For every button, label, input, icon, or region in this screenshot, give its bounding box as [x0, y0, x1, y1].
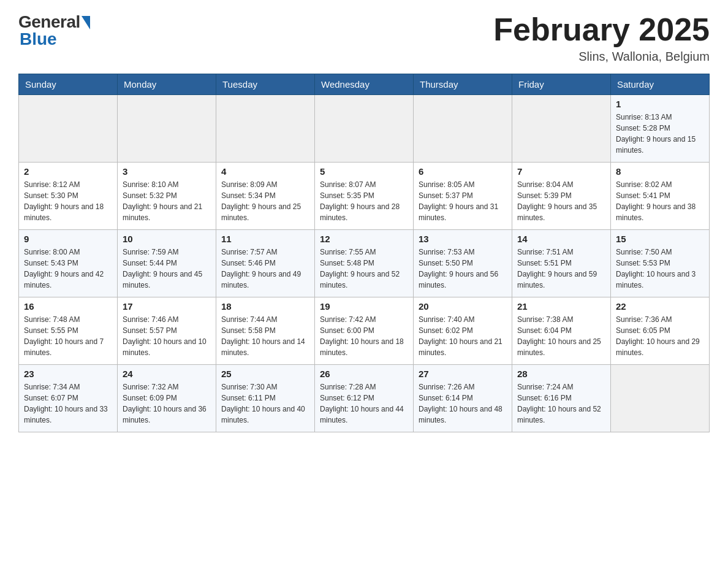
week-row-3: 9Sunrise: 8:00 AM Sunset: 5:43 PM Daylig…: [19, 230, 710, 297]
day-cell: 28Sunrise: 7:24 AM Sunset: 6:16 PM Dayli…: [512, 365, 611, 432]
header-cell-saturday: Saturday: [611, 74, 710, 95]
day-info: Sunrise: 8:05 AM Sunset: 5:37 PM Dayligh…: [419, 179, 507, 223]
day-info: Sunrise: 7:28 AM Sunset: 6:12 PM Dayligh…: [320, 381, 408, 426]
day-number: 3: [123, 166, 211, 177]
day-cell: 18Sunrise: 7:44 AM Sunset: 5:58 PM Dayli…: [216, 297, 315, 365]
day-info: Sunrise: 8:09 AM Sunset: 5:34 PM Dayligh…: [221, 179, 309, 223]
day-cell: [19, 95, 118, 163]
day-number: 28: [517, 369, 605, 379]
day-cell: [216, 95, 315, 163]
day-cell: [414, 95, 512, 163]
day-info: Sunrise: 7:59 AM Sunset: 5:44 PM Dayligh…: [123, 247, 211, 291]
day-number: 1: [616, 99, 704, 109]
day-number: 13: [419, 234, 507, 244]
week-row-4: 16Sunrise: 7:48 AM Sunset: 5:55 PM Dayli…: [19, 297, 710, 365]
header-cell-friday: Friday: [512, 74, 611, 95]
day-info: Sunrise: 7:50 AM Sunset: 5:53 PM Dayligh…: [616, 247, 704, 291]
day-info: Sunrise: 7:32 AM Sunset: 6:09 PM Dayligh…: [123, 381, 211, 426]
header-cell-monday: Monday: [118, 74, 216, 95]
week-row-5: 23Sunrise: 7:34 AM Sunset: 6:07 PM Dayli…: [19, 365, 710, 432]
day-cell: 17Sunrise: 7:46 AM Sunset: 5:57 PM Dayli…: [118, 297, 216, 365]
day-number: 9: [24, 234, 112, 244]
day-number: 22: [616, 301, 704, 312]
day-number: 5: [320, 166, 408, 177]
day-number: 8: [616, 166, 704, 177]
day-cell: 25Sunrise: 7:30 AM Sunset: 6:11 PM Dayli…: [216, 365, 315, 432]
day-info: Sunrise: 7:38 AM Sunset: 6:04 PM Dayligh…: [517, 314, 605, 358]
day-number: 17: [123, 301, 211, 312]
day-info: Sunrise: 7:53 AM Sunset: 5:50 PM Dayligh…: [419, 247, 507, 291]
day-info: Sunrise: 7:40 AM Sunset: 6:02 PM Dayligh…: [419, 314, 507, 358]
day-info: Sunrise: 7:55 AM Sunset: 5:48 PM Dayligh…: [320, 247, 408, 291]
day-info: Sunrise: 8:13 AM Sunset: 5:28 PM Dayligh…: [616, 112, 704, 156]
day-number: 12: [320, 234, 408, 244]
logo-blue-text: Blue: [20, 29, 57, 49]
day-number: 7: [517, 166, 605, 177]
calendar-body: 1Sunrise: 8:13 AM Sunset: 5:28 PM Daylig…: [19, 95, 710, 432]
day-cell: [315, 95, 414, 163]
day-number: 20: [419, 301, 507, 312]
day-cell: 14Sunrise: 7:51 AM Sunset: 5:51 PM Dayli…: [512, 230, 611, 297]
day-cell: 11Sunrise: 7:57 AM Sunset: 5:46 PM Dayli…: [216, 230, 315, 297]
day-number: 6: [419, 166, 507, 177]
day-number: 23: [24, 369, 112, 379]
day-cell: [118, 95, 216, 163]
day-info: Sunrise: 8:10 AM Sunset: 5:32 PM Dayligh…: [123, 179, 211, 223]
header-cell-wednesday: Wednesday: [315, 74, 414, 95]
page-header: General Blue February 2025 Slins, Wallon…: [18, 12, 710, 64]
day-number: 21: [517, 301, 605, 312]
day-info: Sunrise: 7:34 AM Sunset: 6:07 PM Dayligh…: [24, 381, 112, 426]
day-number: 15: [616, 234, 704, 244]
day-number: 2: [24, 166, 112, 177]
header-cell-thursday: Thursday: [414, 74, 512, 95]
day-cell: 3Sunrise: 8:10 AM Sunset: 5:32 PM Daylig…: [118, 163, 216, 230]
day-cell: 21Sunrise: 7:38 AM Sunset: 6:04 PM Dayli…: [512, 297, 611, 365]
day-number: 4: [221, 166, 309, 177]
day-info: Sunrise: 7:57 AM Sunset: 5:46 PM Dayligh…: [221, 247, 309, 291]
day-number: 27: [419, 369, 507, 379]
header-cell-sunday: Sunday: [19, 74, 118, 95]
day-info: Sunrise: 7:46 AM Sunset: 5:57 PM Dayligh…: [123, 314, 211, 358]
day-info: Sunrise: 7:42 AM Sunset: 6:00 PM Dayligh…: [320, 314, 408, 358]
day-cell: 27Sunrise: 7:26 AM Sunset: 6:14 PM Dayli…: [414, 365, 512, 432]
day-number: 26: [320, 369, 408, 379]
day-cell: 9Sunrise: 8:00 AM Sunset: 5:43 PM Daylig…: [19, 230, 118, 297]
day-cell: 8Sunrise: 8:02 AM Sunset: 5:41 PM Daylig…: [611, 163, 710, 230]
week-row-2: 2Sunrise: 8:12 AM Sunset: 5:30 PM Daylig…: [19, 163, 710, 230]
day-cell: 5Sunrise: 8:07 AM Sunset: 5:35 PM Daylig…: [315, 163, 414, 230]
month-title: February 2025: [493, 12, 710, 47]
day-cell: 20Sunrise: 7:40 AM Sunset: 6:02 PM Dayli…: [414, 297, 512, 365]
day-info: Sunrise: 8:07 AM Sunset: 5:35 PM Dayligh…: [320, 179, 408, 223]
day-cell: 15Sunrise: 7:50 AM Sunset: 5:53 PM Dayli…: [611, 230, 710, 297]
day-number: 19: [320, 301, 408, 312]
day-cell: 4Sunrise: 8:09 AM Sunset: 5:34 PM Daylig…: [216, 163, 315, 230]
day-cell: 23Sunrise: 7:34 AM Sunset: 6:07 PM Dayli…: [19, 365, 118, 432]
logo-triangle-icon: [82, 16, 90, 29]
day-cell: 16Sunrise: 7:48 AM Sunset: 5:55 PM Dayli…: [19, 297, 118, 365]
day-number: 18: [221, 301, 309, 312]
day-number: 25: [221, 369, 309, 379]
day-number: 16: [24, 301, 112, 312]
day-cell: 10Sunrise: 7:59 AM Sunset: 5:44 PM Dayli…: [118, 230, 216, 297]
day-cell: 2Sunrise: 8:12 AM Sunset: 5:30 PM Daylig…: [19, 163, 118, 230]
day-cell: 1Sunrise: 8:13 AM Sunset: 5:28 PM Daylig…: [611, 95, 710, 163]
day-cell: 12Sunrise: 7:55 AM Sunset: 5:48 PM Dayli…: [315, 230, 414, 297]
day-cell: 6Sunrise: 8:05 AM Sunset: 5:37 PM Daylig…: [414, 163, 512, 230]
header-cell-tuesday: Tuesday: [216, 74, 315, 95]
day-cell: 26Sunrise: 7:28 AM Sunset: 6:12 PM Dayli…: [315, 365, 414, 432]
calendar-table: SundayMondayTuesdayWednesdayThursdayFrid…: [18, 74, 710, 432]
day-info: Sunrise: 8:12 AM Sunset: 5:30 PM Dayligh…: [24, 179, 112, 223]
day-info: Sunrise: 8:02 AM Sunset: 5:41 PM Dayligh…: [616, 179, 704, 223]
day-cell: [512, 95, 611, 163]
day-info: Sunrise: 7:48 AM Sunset: 5:55 PM Dayligh…: [24, 314, 112, 358]
header-row: SundayMondayTuesdayWednesdayThursdayFrid…: [19, 74, 710, 95]
day-number: 11: [221, 234, 309, 244]
day-number: 10: [123, 234, 211, 244]
calendar-header: SundayMondayTuesdayWednesdayThursdayFrid…: [19, 74, 710, 95]
day-info: Sunrise: 7:24 AM Sunset: 6:16 PM Dayligh…: [517, 381, 605, 426]
day-info: Sunrise: 8:04 AM Sunset: 5:39 PM Dayligh…: [517, 179, 605, 223]
day-number: 14: [517, 234, 605, 244]
day-cell: 13Sunrise: 7:53 AM Sunset: 5:50 PM Dayli…: [414, 230, 512, 297]
day-info: Sunrise: 7:51 AM Sunset: 5:51 PM Dayligh…: [517, 247, 605, 291]
location-text: Slins, Wallonia, Belgium: [493, 50, 710, 64]
